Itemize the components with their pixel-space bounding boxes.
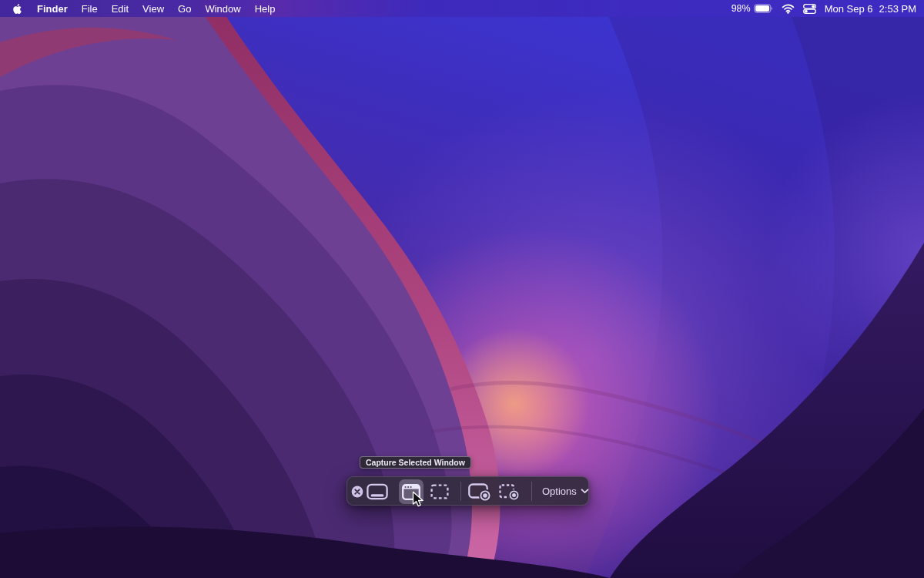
menu-item-go[interactable]: Go xyxy=(171,3,198,15)
mouse-cursor-arrow xyxy=(412,491,424,508)
battery-icon xyxy=(754,4,773,13)
options-label: Options xyxy=(542,486,577,497)
battery-status[interactable] xyxy=(754,4,773,13)
menu-item-help[interactable]: Help xyxy=(248,3,283,15)
close-icon xyxy=(351,486,363,498)
menu-item-view[interactable]: View xyxy=(136,3,171,15)
apple-icon xyxy=(12,3,22,15)
menubar-date: Mon Sep 6 xyxy=(825,3,873,15)
close-button[interactable] xyxy=(351,486,363,498)
screenshot-toolbar: Options xyxy=(346,476,589,506)
menu-item-window[interactable]: Window xyxy=(198,3,247,15)
capture-entire-screen-button[interactable] xyxy=(367,483,388,500)
capture-selected-portion-icon xyxy=(430,484,449,499)
menu-item-finder[interactable]: Finder xyxy=(30,3,75,15)
desktop: Finder File Edit View Go Window Help 98% xyxy=(0,0,924,578)
menubar-time: 2:53 PM xyxy=(879,3,916,15)
chevron-down-icon xyxy=(581,489,589,494)
record-entire-screen-button[interactable] xyxy=(468,483,491,501)
record-selected-portion-icon xyxy=(499,484,520,500)
wifi-icon xyxy=(782,4,795,14)
options-button[interactable]: Options xyxy=(537,477,594,505)
menu-bar: Finder File Edit View Go Window Help 98% xyxy=(0,0,924,17)
toolbar-divider xyxy=(531,482,532,501)
control-center-icon xyxy=(803,4,816,14)
wifi-status[interactable] xyxy=(782,4,795,14)
tooltip-capture-selected-window: Capture Selected Window xyxy=(360,456,471,469)
capture-selected-portion-button[interactable] xyxy=(430,484,449,499)
record-selected-portion-button[interactable] xyxy=(499,484,520,500)
menu-item-edit[interactable]: Edit xyxy=(105,3,136,15)
menubar-clock[interactable]: Mon Sep 6 2:53 PM xyxy=(825,3,916,15)
control-center-status[interactable] xyxy=(803,4,816,14)
capture-entire-screen-icon xyxy=(367,483,388,500)
battery-percent: 98% xyxy=(732,3,751,14)
apple-menu[interactable] xyxy=(12,3,30,15)
record-entire-screen-icon xyxy=(468,483,491,501)
toolbar-divider xyxy=(460,482,461,501)
menu-item-file[interactable]: File xyxy=(75,3,105,15)
